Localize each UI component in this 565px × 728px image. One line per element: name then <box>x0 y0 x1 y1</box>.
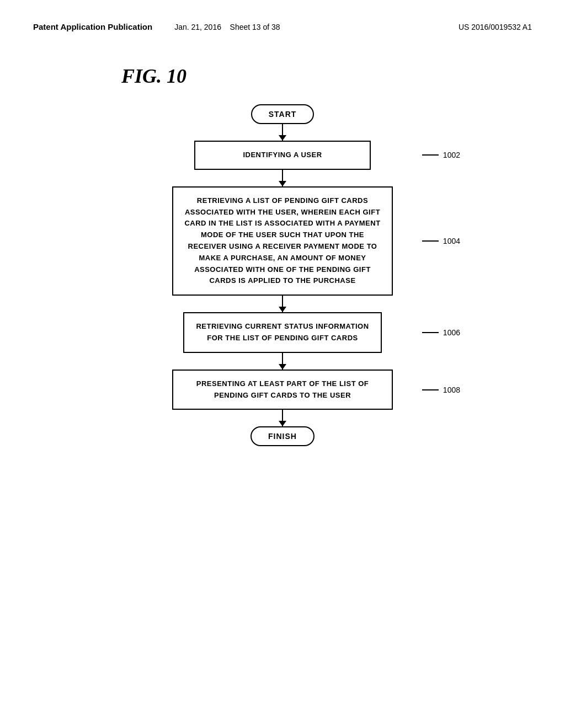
label-1008: 1008 <box>422 386 460 394</box>
node-1008: PRESENTING AT LEAST PART OF THE LIST OF … <box>172 370 393 410</box>
label-1006: 1006 <box>422 328 460 337</box>
node-row-1004: RETRIEVING A LIST OF PENDING GIFT CARDS … <box>33 186 532 296</box>
node-row-1006: RETRIEVING CURRENT STATUS INFORMATION FO… <box>33 312 532 353</box>
arrow-1004-to-1006 <box>282 296 283 312</box>
start-oval: START <box>251 104 315 124</box>
header-patent: US 2016/0019532 A1 <box>459 23 532 31</box>
label-1002: 1002 <box>422 151 460 159</box>
label-line-1006 <box>422 332 439 333</box>
flowchart: START IDENTIFYING A USER 1002 RETRIEVING… <box>33 104 532 446</box>
header: Patent Application Publication Jan. 21, … <box>33 22 532 31</box>
label-1004: 1004 <box>422 237 460 245</box>
node-row-1008: PRESENTING AT LEAST PART OF THE LIST OF … <box>33 370 532 410</box>
page: Patent Application Publication Jan. 21, … <box>0 0 565 728</box>
header-title: Patent Application Publication <box>33 22 152 31</box>
label-line-1002 <box>422 154 439 156</box>
node-1002: IDENTIFYING A USER <box>194 141 371 170</box>
label-line-1008 <box>422 389 439 390</box>
node-1004: RETRIEVING A LIST OF PENDING GIFT CARDS … <box>172 186 393 296</box>
finish-oval: FINISH <box>250 426 315 446</box>
arrow-1006-to-1008 <box>282 353 283 370</box>
arrow-start-to-1002 <box>282 124 283 141</box>
arrow-1002-to-1004 <box>282 170 283 186</box>
figure-label: FIG. 10 <box>121 65 532 88</box>
node-1006: RETRIEVING CURRENT STATUS INFORMATION FO… <box>183 312 382 353</box>
header-date: Jan. 21, 2016 Sheet 13 of 38 <box>174 23 280 31</box>
node-row-1002: IDENTIFYING A USER 1002 <box>33 141 532 170</box>
label-line-1004 <box>422 240 439 242</box>
arrow-1008-to-finish <box>282 410 283 426</box>
